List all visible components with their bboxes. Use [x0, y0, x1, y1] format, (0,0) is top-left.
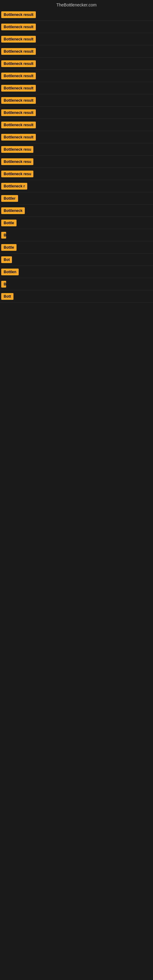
- bottleneck-result-badge[interactable]: Bottle: [1, 220, 16, 226]
- list-item: Bot: [0, 254, 153, 266]
- list-item: Bottleneck result: [0, 131, 153, 143]
- bottleneck-result-badge[interactable]: Bottleneck result: [1, 36, 36, 43]
- bottleneck-result-badge[interactable]: Bottleneck resu: [1, 170, 33, 177]
- bottleneck-result-badge[interactable]: B: [1, 232, 6, 239]
- list-item: Bottleneck: [0, 205, 153, 217]
- list-item: Bottleneck r: [0, 180, 153, 192]
- list-item: Bottleneck result: [0, 119, 153, 131]
- bottleneck-result-badge[interactable]: Bottlen: [1, 269, 19, 275]
- bottleneck-result-badge[interactable]: Bottle: [1, 244, 16, 251]
- list-item: Bottleneck result: [0, 45, 153, 57]
- bottleneck-result-badge[interactable]: Bottleneck result: [1, 48, 36, 55]
- bottleneck-result-badge[interactable]: Bottleneck r: [1, 183, 27, 189]
- list-item: Bottleneck result: [0, 57, 153, 70]
- results-list: Bottleneck resultBottleneck resultBottle…: [0, 9, 153, 302]
- site-title: TheBottlenecker.com: [0, 0, 153, 9]
- bottleneck-result-badge[interactable]: Bottleneck result: [1, 109, 36, 116]
- list-item: Bottler: [0, 192, 153, 205]
- bottleneck-result-badge[interactable]: Bottleneck resu: [1, 158, 33, 165]
- bottleneck-result-badge[interactable]: Bottleneck result: [1, 122, 36, 128]
- bottleneck-result-badge[interactable]: Bottleneck result: [1, 24, 36, 30]
- list-item: Bottleneck resu: [0, 143, 153, 156]
- bottleneck-result-badge[interactable]: Bottleneck result: [1, 11, 36, 18]
- bottleneck-result-badge[interactable]: Bot: [1, 256, 12, 263]
- list-item: Bottleneck resu: [0, 156, 153, 168]
- list-item: Bottlen: [0, 266, 153, 278]
- bottleneck-result-badge[interactable]: Bottleneck result: [1, 97, 36, 104]
- site-title-bar: TheBottlenecker.com: [0, 0, 153, 9]
- list-item: Bottleneck result: [0, 70, 153, 82]
- list-item: Bottleneck result: [0, 94, 153, 107]
- list-item: Bott: [0, 290, 153, 302]
- bottleneck-result-badge[interactable]: Bottleneck result: [1, 134, 36, 140]
- bottleneck-result-badge[interactable]: Bottleneck: [1, 207, 25, 214]
- list-item: Bottleneck result: [0, 82, 153, 94]
- list-item: Bottle: [0, 241, 153, 254]
- bottleneck-result-badge[interactable]: Bottler: [1, 195, 18, 202]
- bottleneck-result-badge[interactable]: Bottleneck result: [1, 85, 36, 92]
- list-item: Bottleneck result: [0, 107, 153, 119]
- bottleneck-result-badge[interactable]: Bottleneck result: [1, 60, 36, 67]
- bottleneck-result-badge[interactable]: Bottleneck result: [1, 73, 36, 79]
- list-item: B: [0, 229, 153, 241]
- list-item: Bottleneck result: [0, 33, 153, 45]
- list-item: Bottleneck result: [0, 21, 153, 33]
- bottleneck-result-badge[interactable]: B: [1, 281, 6, 288]
- list-item: Bottleneck result: [0, 9, 153, 21]
- list-item: Bottle: [0, 217, 153, 229]
- list-item: B: [0, 278, 153, 290]
- bottleneck-result-badge[interactable]: Bott: [1, 293, 13, 300]
- list-item: Bottleneck resu: [0, 168, 153, 180]
- bottleneck-result-badge[interactable]: Bottleneck resu: [1, 146, 33, 153]
